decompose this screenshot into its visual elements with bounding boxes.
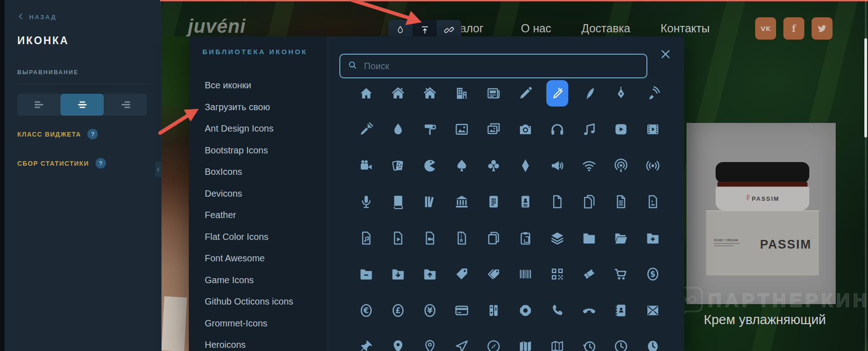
nav-item-4[interactable]: Контакты xyxy=(661,22,710,35)
credit-card-icon[interactable] xyxy=(446,292,478,329)
help-badge[interactable]: ? xyxy=(96,158,106,168)
spade-icon[interactable] xyxy=(446,148,478,184)
file-icon[interactable] xyxy=(541,184,573,220)
library-item-7[interactable]: Feather xyxy=(189,204,328,226)
nav-item-2[interactable]: О нас xyxy=(521,22,551,35)
library-item-12[interactable]: Grommet-Icons xyxy=(189,313,328,335)
files-icon[interactable] xyxy=(573,184,605,220)
home-icon[interactable] xyxy=(350,75,382,112)
music-icon[interactable] xyxy=(573,112,605,148)
align-right-button[interactable] xyxy=(104,94,147,116)
coin-dollar-icon[interactable]: $ xyxy=(637,256,669,293)
nav-item-3[interactable]: Доставка xyxy=(581,22,630,35)
podcast-icon[interactable] xyxy=(605,148,637,184)
facebook-icon[interactable]: f xyxy=(783,17,804,40)
broadcast-icon[interactable] xyxy=(637,148,669,184)
microphone-icon[interactable] xyxy=(350,184,382,220)
search-input[interactable] xyxy=(363,61,646,72)
library-item-1[interactable]: Все иконки xyxy=(189,75,328,97)
envelope-icon[interactable] xyxy=(637,292,669,329)
navigation-icon[interactable] xyxy=(446,329,478,351)
copy-icon[interactable] xyxy=(478,220,510,256)
edit-pen-icon[interactable] xyxy=(541,75,573,112)
droplet-icon[interactable] xyxy=(382,112,414,148)
phone-icon[interactable] xyxy=(541,292,573,329)
file-text-icon[interactable] xyxy=(605,184,637,220)
phone-down-icon[interactable] xyxy=(573,292,605,329)
library-item-13[interactable]: Heroicons xyxy=(189,334,328,351)
history-icon[interactable] xyxy=(573,329,605,351)
clock-icon[interactable] xyxy=(605,329,637,351)
images-icon[interactable] xyxy=(478,112,510,148)
calculator-icon[interactable] xyxy=(478,292,510,329)
address-book-icon[interactable] xyxy=(605,292,637,329)
barcode-icon[interactable] xyxy=(510,256,541,293)
newspaper-icon[interactable] xyxy=(478,75,510,112)
pen-nib-icon[interactable] xyxy=(605,75,637,112)
layers-icon[interactable] xyxy=(541,220,573,256)
marker-outline-icon[interactable] xyxy=(414,329,446,351)
reader-icon[interactable] xyxy=(478,184,510,220)
movie-camera-icon[interactable] xyxy=(350,148,382,184)
wifi-icon[interactable] xyxy=(573,148,605,184)
cart-icon[interactable] xyxy=(605,256,637,293)
lifebuoy-icon[interactable] xyxy=(510,292,541,329)
library-item-3[interactable]: Ant Design Icons xyxy=(189,118,328,140)
twitter-icon[interactable] xyxy=(812,17,833,40)
marker-icon[interactable] xyxy=(382,329,414,351)
file-zip-icon[interactable] xyxy=(446,220,478,256)
qrcode-icon[interactable] xyxy=(541,256,573,293)
folder-plus-icon[interactable] xyxy=(637,220,669,256)
folder-minus-icon[interactable] xyxy=(350,256,382,293)
bank-icon[interactable] xyxy=(446,184,478,220)
file-play-icon[interactable] xyxy=(382,220,414,256)
library-item-6[interactable]: Devicons xyxy=(189,183,328,205)
align-center-button[interactable] xyxy=(61,94,104,116)
quill-icon[interactable] xyxy=(573,75,605,112)
pen-signal-icon[interactable] xyxy=(637,75,669,112)
library-item-5[interactable]: BoxIcons xyxy=(189,161,328,183)
sidebar-collapse-button[interactable] xyxy=(155,162,162,177)
ticket-icon[interactable] xyxy=(573,256,605,293)
dominoes-icon[interactable] xyxy=(382,148,414,184)
close-icon[interactable] xyxy=(660,48,672,61)
library-item-4[interactable]: Bootstrap Icons xyxy=(189,140,328,162)
align-left-button[interactable] xyxy=(17,94,61,116)
library-item-2[interactable]: Загрузить свою xyxy=(189,97,328,118)
help-badge[interactable]: ? xyxy=(87,129,98,139)
coin-pound-icon[interactable]: £ xyxy=(382,292,414,329)
scrollbar-thumb[interactable] xyxy=(864,38,867,137)
pacman-icon[interactable] xyxy=(414,148,446,184)
diamond-icon[interactable] xyxy=(510,148,541,184)
image-icon[interactable] xyxy=(446,112,478,148)
tags-icon[interactable] xyxy=(478,256,510,293)
library-item-9[interactable]: Font Awesome xyxy=(189,248,328,270)
bookshelf-icon[interactable] xyxy=(414,184,446,220)
coin-yen-icon[interactable]: ¥ xyxy=(414,292,446,329)
file-image-icon[interactable] xyxy=(637,184,669,220)
clubs-icon[interactable] xyxy=(478,148,510,184)
company-icon[interactable] xyxy=(446,75,478,112)
pushpin-icon[interactable] xyxy=(350,329,382,351)
pencil-icon[interactable] xyxy=(510,75,541,112)
book-icon[interactable] xyxy=(382,184,414,220)
folder-open-icon[interactable] xyxy=(605,220,637,256)
paint-roller-icon[interactable] xyxy=(414,112,446,148)
library-item-10[interactable]: Game Icons xyxy=(189,270,328,291)
film-play-icon[interactable] xyxy=(637,112,669,148)
library-item-11[interactable]: Github Octicons icons xyxy=(189,291,328,313)
play-square-icon[interactable] xyxy=(605,112,637,148)
folder-up-icon[interactable] xyxy=(414,256,446,293)
home-chimney-icon[interactable] xyxy=(382,75,414,112)
compass-icon[interactable] xyxy=(478,329,510,351)
vk-icon[interactable]: VK xyxy=(755,17,776,40)
map-icon[interactable] xyxy=(510,329,541,351)
map-outline-icon[interactable] xyxy=(541,329,573,351)
folder-down-icon[interactable] xyxy=(382,256,414,293)
folder-icon[interactable] xyxy=(573,220,605,256)
file-music-icon[interactable] xyxy=(350,220,382,256)
id-card-icon[interactable] xyxy=(510,184,541,220)
camera-icon[interactable] xyxy=(510,112,541,148)
tag-icon[interactable] xyxy=(446,256,478,293)
back-button[interactable]: НАЗАД xyxy=(17,13,56,21)
